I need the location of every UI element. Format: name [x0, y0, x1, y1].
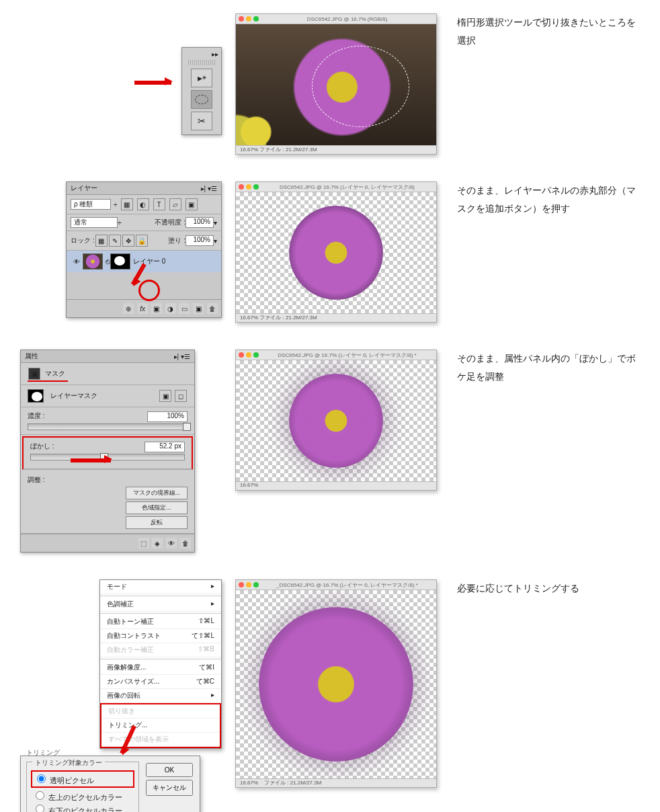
lock-trans-icon[interactable]: ▦	[95, 235, 108, 247]
move-tool-icon[interactable]: ▸✥	[191, 69, 212, 87]
fill-field[interactable]: 100%	[185, 235, 214, 246]
minimize-icon[interactable]	[246, 184, 251, 190]
filter-type[interactable]: ρ 種類	[71, 199, 111, 210]
step3-caption: そのまま、属性パネル内の「ぼかし」でボケ足を調整	[457, 350, 640, 385]
ok-button[interactable]: OK	[146, 763, 193, 777]
document-window: DSC6542.JPG @ 16.7% (レイヤー 0, レイヤーマスク/8) …	[235, 350, 437, 491]
window-title: DSC6542.JPG @ 16.7% (レイヤー 0, レイヤーマスク/8) …	[261, 352, 434, 359]
mask-thumb[interactable]	[110, 253, 130, 270]
ellipse-icon	[195, 95, 208, 104]
window-title: _DSC6542.JPG @ 16.7% (レイヤー 0, レイヤーマスク/8)…	[261, 581, 434, 589]
opacity-field[interactable]: 100%	[185, 217, 214, 228]
step4-caption: 必要に応じてトリミングする	[457, 579, 640, 598]
menu-reveal: すべての領域を表示	[101, 733, 220, 747]
filter-pixel-icon[interactable]: ▦	[121, 198, 133, 210]
document-window: _DSC6542.JPG @ 16.7% (レイヤー 0, レイヤーマスク/8)…	[235, 579, 437, 788]
minimize-icon[interactable]	[246, 582, 251, 587]
density-field[interactable]: 100%	[147, 411, 188, 422]
blend-mode[interactable]: 通常	[71, 217, 118, 228]
image-canvas[interactable]	[236, 360, 436, 481]
status-bar: 16.67% ファイル : 21.2M/27.3M	[236, 145, 436, 154]
menu-mode[interactable]: モード▸	[100, 580, 221, 594]
lock-all-icon[interactable]: 🔒	[136, 235, 148, 247]
trim-basedon-legend: トリミング対象カラー	[32, 759, 105, 766]
document-window: DSC6542.JPG @ 16.7% (レイヤー 0, レイヤーマスク/8) …	[235, 181, 437, 323]
apply-mask-icon[interactable]: ◈	[152, 538, 163, 549]
opacity-label: 不透明度 :	[155, 218, 185, 227]
zoom-icon[interactable]	[253, 582, 259, 587]
link-icon[interactable]: ⊕	[123, 303, 134, 314]
window-title: DSC6542.JPG @ 16.7% (レイヤー 0, レイヤーマスク/8)	[261, 184, 434, 191]
layers-footer: ⊕ fx ▣ ◑ ▭ ▣ 🗑	[67, 299, 221, 317]
trash-icon[interactable]: 🗑	[207, 303, 218, 314]
layer-name[interactable]: レイヤー 0	[133, 257, 165, 266]
feather-field[interactable]: 52.2 px	[145, 442, 185, 452]
color-range-button[interactable]: 色域指定...	[126, 501, 188, 514]
minimize-icon[interactable]	[246, 16, 251, 22]
disable-mask-icon[interactable]: 👁	[166, 538, 177, 549]
close-icon[interactable]	[239, 16, 244, 22]
filter-shape-icon[interactable]: ▱	[169, 198, 181, 210]
elliptical-marquee-tool[interactable]	[191, 90, 212, 109]
close-icon[interactable]	[239, 582, 244, 587]
step2-caption: そのまま、レイヤーパネルの赤丸部分（マスクを追加ボタン）を押す	[457, 181, 640, 217]
visibility-icon[interactable]: 👁	[71, 256, 82, 267]
adjustment-icon[interactable]: ◑	[165, 303, 176, 314]
layer-thumb[interactable]	[83, 253, 103, 270]
panel-title: レイヤー	[71, 184, 97, 193]
callout-arrow	[71, 458, 111, 462]
cancel-button[interactable]: キャンセル	[146, 780, 193, 796]
zoom-icon[interactable]	[253, 352, 259, 358]
lasso-tool-icon[interactable]: ✂	[191, 112, 212, 130]
fill-label: 塗り :	[168, 236, 185, 245]
invert-button[interactable]: 反転	[126, 516, 188, 529]
lock-pos-icon[interactable]: ✥	[122, 235, 134, 247]
image-canvas[interactable]	[236, 590, 436, 778]
callout-arrow	[134, 81, 171, 85]
image-menu: モード▸ 色調補正▸ 自動トーン補正⇧⌘L 自動コントラストて⇧⌘L 自動カラー…	[99, 579, 222, 749]
mask-tab-label: マスク	[45, 369, 65, 378]
menu-auto-tone[interactable]: 自動トーン補正⇧⌘L	[100, 615, 221, 629]
status-bar: 16.67%	[236, 481, 436, 490]
zoom-icon[interactable]	[253, 184, 259, 190]
vector-mask-icon[interactable]: ◻	[175, 390, 187, 402]
filter-smart-icon[interactable]: ▣	[185, 198, 198, 210]
filter-type-icon[interactable]: T	[153, 198, 165, 210]
step1-caption: 楕円形選択ツールで切り抜きたいところを選択	[457, 13, 640, 49]
menu-canvas-size[interactable]: カンバスサイズ...て⌘C	[100, 675, 221, 689]
close-icon[interactable]	[239, 352, 244, 358]
filter-adjust-icon[interactable]: ◐	[137, 198, 149, 210]
menu-auto-contrast[interactable]: 自動コントラストて⇧⌘L	[100, 629, 221, 643]
radio-transparent[interactable]: 透明ピクセル	[34, 776, 94, 784]
mask-thumb[interactable]	[28, 389, 44, 403]
minimize-icon[interactable]	[246, 352, 251, 358]
add-mask-button[interactable]: ▣	[151, 303, 162, 314]
image-canvas[interactable]	[236, 24, 436, 145]
menu-rotate[interactable]: 画像の回転▸	[100, 689, 221, 703]
menu-adjustments[interactable]: 色調補正▸	[100, 598, 221, 612]
pixel-mask-icon[interactable]: ▣	[159, 390, 171, 402]
density-slider[interactable]	[28, 423, 188, 430]
trim-dialog: トリミング OK キャンセル トリミング対象カラー 透明ピクセル 左上のピクセル…	[20, 756, 200, 812]
mask-edge-button[interactable]: マスクの境界線...	[126, 487, 188, 499]
menu-trim[interactable]: トリミング...	[101, 719, 220, 733]
status-bar: 16.67% ファイル : 21.2M/27.3M	[236, 313, 436, 322]
panel-title: 属性	[25, 352, 38, 361]
zoom-icon[interactable]	[253, 16, 259, 22]
mask-tab-icon[interactable]: ▣	[28, 368, 40, 380]
close-icon[interactable]	[239, 184, 244, 190]
tool-options-strip: ▸▸ ▸✥ ✂	[181, 47, 222, 135]
image-canvas[interactable]	[236, 192, 436, 313]
menu-image-size[interactable]: 画像解像度...て⌘I	[100, 661, 221, 675]
fx-icon[interactable]: fx	[137, 303, 148, 314]
radio-bottomright[interactable]: 右下のピクセルカラー	[32, 803, 133, 812]
menu-crop: 切り抜き	[101, 704, 220, 719]
group-icon[interactable]: ▭	[179, 303, 190, 314]
lock-paint-icon[interactable]: ✎	[109, 235, 121, 247]
refine-label: 調整 :	[28, 475, 68, 485]
radio-topleft[interactable]: 左上のピクセルカラー	[32, 789, 133, 803]
document-window: DSC6542.JPG @ 16.7% (RGB/8) 16.67% ファイル …	[235, 13, 437, 155]
trash-icon[interactable]: 🗑	[180, 538, 191, 549]
load-sel-icon[interactable]: ⬚	[138, 538, 149, 549]
new-layer-icon[interactable]: ▣	[193, 303, 204, 314]
